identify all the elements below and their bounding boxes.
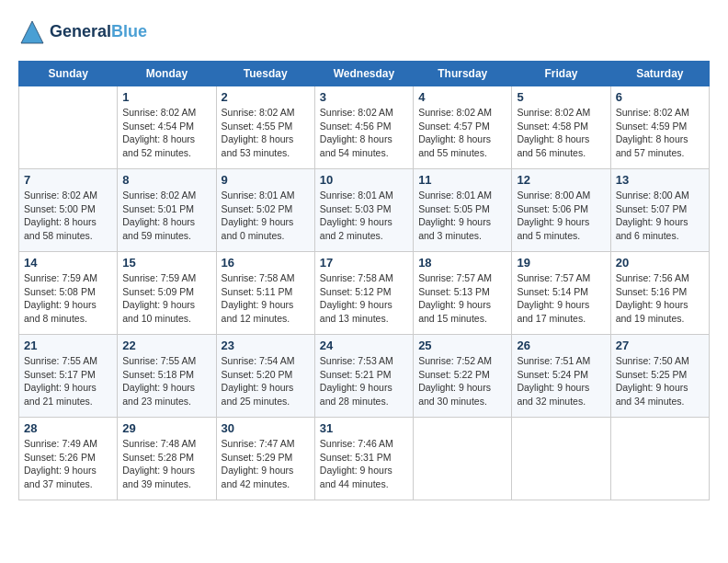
week-row-5: 28Sunrise: 7:49 AMSunset: 5:26 PMDayligh… (19, 418, 710, 500)
day-info: Sunrise: 7:56 AMSunset: 5:16 PMDaylight:… (616, 271, 704, 326)
day-number: 18 (418, 256, 506, 270)
day-info: Sunrise: 7:57 AMSunset: 5:13 PMDaylight:… (418, 271, 506, 326)
day-cell: 23Sunrise: 7:54 AMSunset: 5:20 PMDayligh… (216, 335, 314, 418)
day-number: 27 (616, 339, 704, 352)
day-cell (610, 418, 709, 500)
day-cell: 29Sunrise: 7:48 AMSunset: 5:28 PMDayligh… (118, 418, 216, 500)
logo: GeneralBlue (18, 18, 147, 46)
day-number: 16 (222, 256, 310, 270)
logo-text: GeneralBlue (50, 23, 147, 41)
day-info: Sunrise: 7:51 AMSunset: 5:24 PMDaylight:… (517, 354, 605, 408)
header-tuesday: Tuesday (216, 62, 314, 86)
day-cell: 14Sunrise: 7:59 AMSunset: 5:08 PMDayligh… (19, 252, 118, 335)
day-cell: 13Sunrise: 8:00 AMSunset: 5:07 PMDayligh… (610, 169, 709, 252)
day-info: Sunrise: 7:59 AMSunset: 5:08 PMDaylight:… (24, 271, 112, 326)
day-number: 5 (517, 90, 605, 104)
week-row-3: 14Sunrise: 7:59 AMSunset: 5:08 PMDayligh… (19, 252, 710, 335)
day-cell: 15Sunrise: 7:59 AMSunset: 5:09 PMDayligh… (118, 252, 216, 335)
day-cell: 11Sunrise: 8:01 AMSunset: 5:05 PMDayligh… (414, 169, 512, 252)
day-cell: 18Sunrise: 7:57 AMSunset: 5:13 PMDayligh… (414, 252, 512, 335)
day-info: Sunrise: 8:02 AMSunset: 4:59 PMDaylight:… (616, 106, 704, 160)
day-number: 3 (320, 90, 408, 104)
day-cell: 7Sunrise: 8:02 AMSunset: 5:00 PMDaylight… (19, 169, 118, 252)
day-cell: 5Sunrise: 8:02 AMSunset: 4:58 PMDaylight… (512, 86, 610, 169)
header-saturday: Saturday (610, 62, 709, 86)
day-cell: 16Sunrise: 7:58 AMSunset: 5:11 PMDayligh… (216, 252, 314, 335)
day-info: Sunrise: 7:57 AMSunset: 5:14 PMDaylight:… (517, 271, 605, 326)
day-cell: 2Sunrise: 8:02 AMSunset: 4:55 PMDaylight… (216, 86, 314, 169)
day-number: 19 (517, 256, 605, 270)
header-friday: Friday (512, 62, 610, 86)
calendar-header-row: SundayMondayTuesdayWednesdayThursdayFrid… (19, 62, 710, 86)
day-number: 10 (320, 173, 408, 187)
day-number: 31 (320, 421, 408, 435)
day-cell (19, 86, 118, 169)
day-cell: 22Sunrise: 7:55 AMSunset: 5:18 PMDayligh… (118, 335, 216, 418)
day-info: Sunrise: 7:58 AMSunset: 5:12 PMDaylight:… (320, 271, 408, 326)
day-cell: 10Sunrise: 8:01 AMSunset: 5:03 PMDayligh… (314, 169, 413, 252)
day-cell: 1Sunrise: 8:02 AMSunset: 4:54 PMDaylight… (118, 86, 216, 169)
day-info: Sunrise: 7:59 AMSunset: 5:09 PMDaylight:… (122, 271, 210, 326)
day-info: Sunrise: 8:02 AMSunset: 4:58 PMDaylight:… (517, 106, 605, 160)
week-row-2: 7Sunrise: 8:02 AMSunset: 5:00 PMDaylight… (19, 169, 710, 252)
day-info: Sunrise: 8:02 AMSunset: 4:56 PMDaylight:… (320, 106, 408, 160)
header-monday: Monday (118, 62, 216, 86)
day-number: 21 (24, 339, 112, 352)
day-number: 4 (418, 90, 506, 104)
day-info: Sunrise: 7:50 AMSunset: 5:25 PMDaylight:… (616, 354, 704, 408)
day-cell: 3Sunrise: 8:02 AMSunset: 4:56 PMDaylight… (314, 86, 413, 169)
day-cell: 17Sunrise: 7:58 AMSunset: 5:12 PMDayligh… (314, 252, 413, 335)
day-number: 7 (24, 173, 112, 187)
day-info: Sunrise: 7:55 AMSunset: 5:17 PMDaylight:… (24, 354, 112, 408)
day-cell: 28Sunrise: 7:49 AMSunset: 5:26 PMDayligh… (19, 418, 118, 500)
day-info: Sunrise: 7:54 AMSunset: 5:20 PMDaylight:… (222, 354, 310, 408)
day-info: Sunrise: 7:46 AMSunset: 5:31 PMDaylight:… (320, 437, 408, 491)
header-sunday: Sunday (19, 62, 118, 86)
day-number: 24 (320, 339, 408, 352)
day-number: 14 (24, 256, 112, 270)
day-info: Sunrise: 7:52 AMSunset: 5:22 PMDaylight:… (418, 354, 506, 408)
day-number: 26 (517, 339, 605, 352)
day-info: Sunrise: 8:01 AMSunset: 5:05 PMDaylight:… (418, 189, 506, 243)
day-cell: 21Sunrise: 7:55 AMSunset: 5:17 PMDayligh… (19, 335, 118, 418)
page-header: GeneralBlue (18, 18, 710, 46)
day-info: Sunrise: 7:53 AMSunset: 5:21 PMDaylight:… (320, 354, 408, 408)
day-cell: 25Sunrise: 7:52 AMSunset: 5:22 PMDayligh… (414, 335, 512, 418)
day-number: 30 (222, 421, 310, 435)
day-cell: 30Sunrise: 7:47 AMSunset: 5:29 PMDayligh… (216, 418, 314, 500)
day-number: 20 (616, 256, 704, 270)
day-info: Sunrise: 8:02 AMSunset: 4:57 PMDaylight:… (418, 106, 506, 160)
day-info: Sunrise: 8:02 AMSunset: 5:00 PMDaylight:… (24, 189, 112, 243)
day-number: 15 (122, 256, 210, 270)
day-number: 13 (616, 173, 704, 187)
day-number: 22 (122, 339, 210, 352)
day-info: Sunrise: 7:49 AMSunset: 5:26 PMDaylight:… (24, 437, 112, 491)
day-number: 29 (122, 421, 210, 435)
day-cell: 26Sunrise: 7:51 AMSunset: 5:24 PMDayligh… (512, 335, 610, 418)
day-number: 25 (418, 339, 506, 352)
day-cell: 12Sunrise: 8:00 AMSunset: 5:06 PMDayligh… (512, 169, 610, 252)
day-number: 28 (24, 421, 112, 435)
day-cell: 6Sunrise: 8:02 AMSunset: 4:59 PMDaylight… (610, 86, 709, 169)
day-cell: 31Sunrise: 7:46 AMSunset: 5:31 PMDayligh… (314, 418, 413, 500)
day-cell: 27Sunrise: 7:50 AMSunset: 5:25 PMDayligh… (610, 335, 709, 418)
day-cell (512, 418, 610, 500)
day-info: Sunrise: 8:01 AMSunset: 5:02 PMDaylight:… (222, 189, 310, 243)
day-info: Sunrise: 7:55 AMSunset: 5:18 PMDaylight:… (122, 354, 210, 408)
day-number: 8 (122, 173, 210, 187)
svg-marker-0 (21, 21, 43, 43)
day-info: Sunrise: 8:00 AMSunset: 5:07 PMDaylight:… (616, 189, 704, 243)
day-number: 17 (320, 256, 408, 270)
day-number: 6 (616, 90, 704, 104)
day-cell: 20Sunrise: 7:56 AMSunset: 5:16 PMDayligh… (610, 252, 709, 335)
week-row-1: 1Sunrise: 8:02 AMSunset: 4:54 PMDaylight… (19, 86, 710, 169)
day-info: Sunrise: 8:01 AMSunset: 5:03 PMDaylight:… (320, 189, 408, 243)
day-cell: 9Sunrise: 8:01 AMSunset: 5:02 PMDaylight… (216, 169, 314, 252)
day-cell: 4Sunrise: 8:02 AMSunset: 4:57 PMDaylight… (414, 86, 512, 169)
day-cell (414, 418, 512, 500)
day-number: 9 (222, 173, 310, 187)
day-cell: 8Sunrise: 8:02 AMSunset: 5:01 PMDaylight… (118, 169, 216, 252)
day-number: 23 (222, 339, 310, 352)
calendar-table: SundayMondayTuesdayWednesdayThursdayFrid… (18, 61, 710, 500)
logo-icon (18, 18, 46, 46)
